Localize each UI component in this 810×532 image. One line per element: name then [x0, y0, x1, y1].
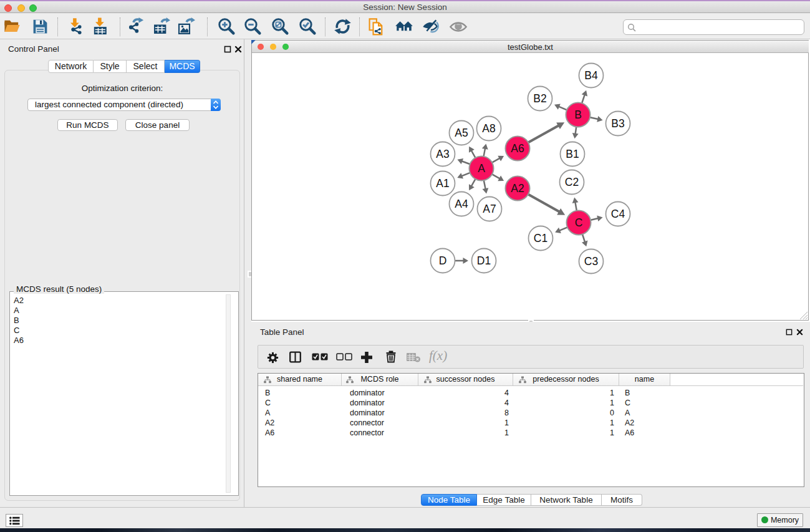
- svg-text:C1: C1: [534, 232, 547, 244]
- svg-text:C: C: [575, 216, 583, 229]
- svg-text:D: D: [439, 254, 447, 267]
- svg-text:B1: B1: [566, 148, 579, 160]
- svg-text:A6: A6: [511, 142, 524, 155]
- svg-text:D1: D1: [477, 254, 491, 267]
- svg-text:A2: A2: [511, 182, 524, 195]
- svg-text:C2: C2: [565, 176, 579, 188]
- svg-text:A8: A8: [482, 122, 495, 135]
- svg-text:B3: B3: [611, 117, 624, 130]
- svg-text:B4: B4: [584, 69, 598, 82]
- svg-text:A7: A7: [483, 203, 496, 215]
- svg-text:A: A: [478, 162, 485, 175]
- svg-text:C3: C3: [584, 255, 598, 268]
- svg-text:B: B: [574, 109, 582, 121]
- svg-text:C4: C4: [611, 208, 625, 220]
- svg-text:A5: A5: [455, 127, 468, 139]
- svg-text:A1: A1: [436, 177, 449, 190]
- svg-text:B2: B2: [533, 92, 546, 105]
- svg-text:A3: A3: [436, 148, 449, 160]
- svg-text:A4: A4: [455, 198, 468, 210]
